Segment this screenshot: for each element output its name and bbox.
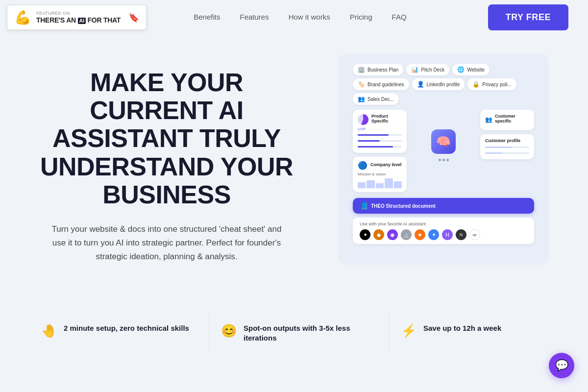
ai-icons: ✦ ◆ ◉ △ ★ ✦ H N ∞ [360, 229, 527, 240]
chip-linkedin: 👤 LinkedIn profile [412, 78, 465, 90]
chip-pitch-deck: 📊 Pitch Deck [406, 64, 449, 75]
diagram: 🏢 Business Plan 📊 Pitch Deck 🌐 Website 🏷… [338, 54, 549, 265]
brain-icon: 🧠 [431, 129, 456, 154]
ai-icon-gemini: ◉ [387, 229, 398, 240]
ai-icon-infinity: ∞ [469, 229, 480, 240]
diagram-inner: 🏢 Business Plan 📊 Pitch Deck 🌐 Website 🏷… [348, 64, 539, 255]
feature-setup: 🤚 2 minute setup, zero technical skills [29, 314, 209, 352]
hero-right: 🏢 Business Plan 📊 Pitch Deck 🌐 Website 🏷… [318, 54, 568, 265]
featured-on-label: FEATURED ON [36, 11, 121, 16]
right-boxes: 👥 Customer specific Customer profile [480, 110, 534, 192]
ai-icon-orange: ★ [415, 229, 425, 240]
nav-links: Benefits Features How it works Pricing F… [194, 13, 406, 22]
try-free-button[interactable]: TRY FREE [488, 4, 568, 30]
feature-outputs-title: Spot-on outputs with 3-5x less iteration… [244, 323, 377, 343]
product-box: Product Specific UVP [353, 110, 407, 153]
chip-brand: 🏷️ Brand guidelines [353, 78, 409, 90]
theo-doc-icon: 📘 [360, 202, 368, 210]
feature-smile-icon: 😊 [221, 323, 237, 339]
nav-faq[interactable]: FAQ [392, 13, 407, 21]
hero-title: MAKE YOUR CURRENT AI ASSISTANT TRULY UND… [29, 69, 304, 209]
ai-icon-blue: ✦ [428, 229, 439, 240]
chat-icon: 💬 [555, 359, 568, 372]
bookmark-icon: 🔖 [128, 12, 139, 23]
company-box: 🔵 Company level Mission & vision [353, 157, 407, 192]
feature-outputs: 😊 Spot-on outputs with 3-5x less iterati… [209, 314, 389, 352]
hero-left: MAKE YOUR CURRENT AI ASSISTANT TRULY UND… [29, 54, 304, 283]
nav-benefits[interactable]: Benefits [194, 13, 220, 21]
chip-privacy: 🔒 Privacy poli... [467, 78, 516, 90]
badge-text: FEATURED ON THERE'S AN AI FOR THAT [36, 11, 121, 24]
featured-badge[interactable]: 💪 FEATURED ON THERE'S AN AI FOR THAT 🔖 [7, 5, 147, 30]
feature-lightning-icon: ⚡ [401, 323, 416, 339]
diagram-main: Product Specific UVP [348, 110, 539, 192]
feature-hand-icon: 🤚 [41, 323, 57, 339]
input-chips: 🏢 Business Plan 📊 Pitch Deck 🌐 Website 🏷… [348, 64, 539, 105]
left-boxes: Product Specific UVP [353, 110, 407, 192]
ai-icon-gray: △ [401, 229, 412, 240]
feature-save: ⚡ Save up to 12h a week [389, 314, 568, 352]
nav-features[interactable]: Features [240, 13, 269, 21]
hero-section: MAKE YOUR CURRENT AI ASSISTANT TRULY UND… [0, 34, 588, 299]
ai-icon-anthropic: ◆ [373, 229, 384, 240]
ai-icon-purple: H [442, 229, 453, 240]
feature-save-title: Save up to 12h a week [423, 323, 501, 333]
nav-pricing[interactable]: Pricing [350, 13, 372, 21]
ai-assistants: Use with your favorite AI assistant ✦ ◆ … [353, 218, 534, 244]
nav-how-it-works[interactable]: How it works [289, 13, 330, 21]
chip-business-plan: 🏢 Business Plan [353, 64, 403, 75]
chat-button[interactable]: 💬 [549, 353, 574, 378]
bar-chart-mini [358, 178, 402, 188]
customer-profile-box: Customer profile [480, 134, 534, 159]
pie-chart-icon [358, 114, 368, 125]
ai-icon-openai: ✦ [360, 229, 370, 240]
dots-menu [439, 159, 449, 161]
muscle-icon: 💪 [14, 9, 31, 25]
chip-sales: 👥 Sales Dec... [353, 93, 399, 105]
there-ai-label: THERE'S AN AI FOR THAT [36, 16, 121, 24]
chip-website: 🌐 Website [452, 64, 490, 75]
hero-subtitle: Turn your website & docs into one struct… [44, 222, 289, 264]
ai-icon-notion: N [456, 229, 466, 240]
features-row: 🤚 2 minute setup, zero technical skills … [0, 299, 588, 362]
feature-setup-title: 2 minute setup, zero technical skills [64, 323, 189, 333]
center-area: 🧠 [413, 110, 474, 192]
ai-box: AI [78, 18, 86, 24]
customer-specific-box: 👥 Customer specific [480, 110, 534, 130]
theo-structured-doc: 📘 THEO Structured document [353, 198, 534, 214]
